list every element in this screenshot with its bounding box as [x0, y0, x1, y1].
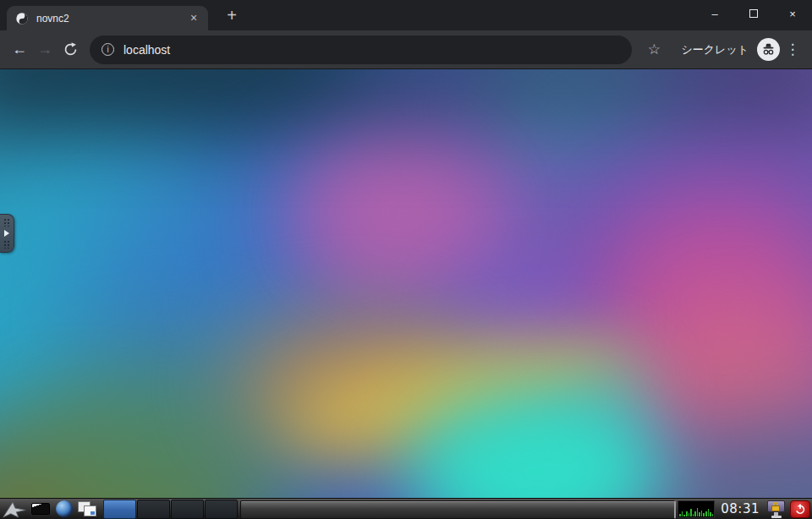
tab-title: novnc2 — [36, 13, 186, 25]
terminal-launcher[interactable] — [29, 499, 52, 519]
novnc-favicon-icon — [15, 12, 29, 25]
expand-arrow-icon — [4, 230, 9, 237]
workspace-button-active[interactable] — [103, 500, 136, 519]
desktop-wallpaper — [0, 69, 812, 519]
wallpaper-blob — [0, 69, 812, 128]
address-bar[interactable]: i localhost — [90, 36, 632, 64]
terminal-icon — [31, 503, 50, 515]
browser-toolbar: ← → i localhost ☆ シークレット ⋮ — [0, 30, 812, 69]
cpu-monitor[interactable] — [678, 500, 715, 518]
tab-bar: novnc2 × + – × — [0, 0, 812, 30]
forward-button[interactable]: → — [32, 37, 58, 63]
vnc-viewport[interactable]: 08:31 — [0, 69, 812, 519]
icewm-logo-icon — [2, 500, 27, 518]
tab-novnc2[interactable]: novnc2 × — [7, 6, 208, 30]
incognito-badge-icon — [757, 38, 780, 61]
power-icon — [793, 502, 807, 516]
tab-close-icon[interactable]: × — [186, 11, 201, 26]
new-tab-button[interactable]: + — [220, 4, 244, 28]
incognito-label: シークレット — [681, 42, 749, 57]
close-button[interactable]: × — [773, 0, 812, 27]
workspace-button[interactable] — [137, 500, 170, 519]
taskbar: 08:31 — [0, 498, 812, 519]
menu-icon[interactable]: ⋮ — [780, 41, 805, 58]
power-button[interactable] — [790, 500, 810, 518]
back-button[interactable]: ← — [7, 37, 32, 63]
bookmark-star-icon[interactable]: ☆ — [642, 41, 666, 58]
start-menu-button[interactable] — [0, 499, 29, 519]
cpu-monitor-bars — [679, 502, 713, 516]
window-list-button[interactable] — [76, 499, 100, 519]
url-text: localhost — [123, 43, 170, 57]
task-area — [240, 500, 676, 519]
window-controls: – × — [695, 0, 812, 27]
novnc-control-bar-handle[interactable] — [0, 214, 14, 253]
workspace-switcher — [103, 499, 239, 519]
windows-icon — [78, 501, 98, 517]
maximize-button[interactable] — [734, 0, 773, 27]
browser-launcher[interactable] — [52, 499, 76, 519]
reload-button[interactable] — [58, 37, 83, 63]
browser-window: novnc2 × + – × ← → i localhost ☆ シークレット — [0, 0, 812, 519]
maximize-icon — [749, 9, 758, 18]
minimize-button[interactable]: – — [695, 0, 734, 27]
wallpaper-blob — [313, 154, 482, 272]
lock-screen-button[interactable] — [765, 499, 788, 519]
taskbar-clock: 08:31 — [715, 501, 765, 516]
reload-icon — [63, 42, 78, 57]
workspace-button[interactable] — [205, 500, 238, 519]
grip-dots-icon — [3, 240, 11, 249]
grip-dots-icon — [3, 218, 11, 227]
globe-icon — [56, 500, 73, 517]
workspace-button[interactable] — [171, 500, 204, 519]
site-info-icon[interactable]: i — [102, 43, 114, 56]
